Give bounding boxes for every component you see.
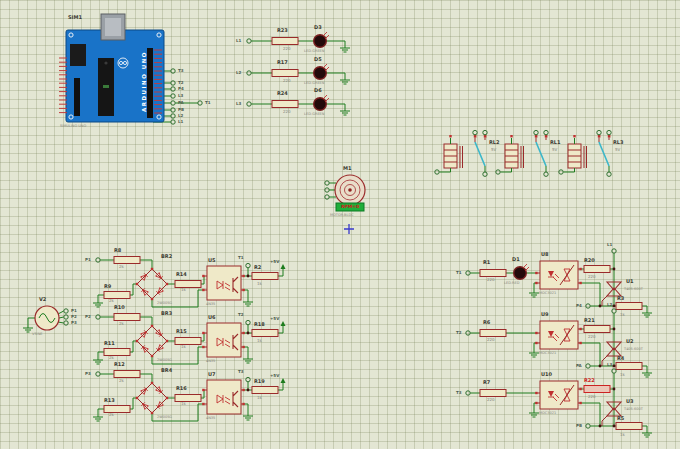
resistor-R16[interactable] — [175, 395, 201, 402]
optotriac-U10[interactable] — [535, 381, 582, 409]
resistor-R20[interactable] — [584, 266, 610, 273]
resistor-R7[interactable] — [480, 390, 506, 397]
terminal-RL3-c[interactable] — [607, 130, 611, 134]
resistor-R12[interactable] — [114, 371, 140, 378]
resistor-R6[interactable] — [480, 330, 506, 337]
ground-icon[interactable] — [243, 412, 253, 420]
ground-icon[interactable] — [340, 76, 350, 84]
ground-icon[interactable] — [243, 298, 253, 306]
bridge-rectifier-BR4[interactable] — [136, 382, 168, 414]
resistor-R22[interactable] — [584, 386, 610, 393]
terminal-P3[interactable] — [96, 372, 100, 376]
source-V2[interactable] — [35, 306, 59, 330]
terminal-RL2-c[interactable] — [483, 130, 487, 134]
power-5v-icon[interactable] — [281, 378, 286, 390]
terminal-motor-pin[interactable] — [325, 181, 329, 185]
terminal-L3[interactable] — [612, 369, 616, 373]
terminal-T2[interactable] — [171, 81, 175, 85]
ground-icon[interactable] — [23, 324, 33, 332]
terminal-T1[interactable] — [198, 101, 202, 105]
resistor-R8[interactable] — [114, 257, 140, 264]
resistor-R23[interactable] — [272, 38, 298, 45]
resistor-R5[interactable] — [616, 423, 642, 430]
resistor-R14[interactable] — [175, 281, 201, 288]
schematic-canvas[interactable]: SIM1SIMULINO UNOARDUINO UNOT3T2P4L3PAT1P… — [0, 0, 680, 449]
led-D3[interactable] — [314, 32, 329, 47]
terminal-motor-pin[interactable] — [325, 195, 329, 199]
terminal-L3[interactable] — [247, 102, 251, 106]
terminal-T3[interactable] — [466, 391, 470, 395]
terminal-L1[interactable] — [171, 120, 175, 124]
resistor-R15[interactable] — [175, 338, 201, 345]
terminal-RL1-c[interactable] — [544, 130, 548, 134]
bridge-rectifier-BR3[interactable] — [136, 325, 168, 357]
ground-icon[interactable] — [243, 355, 253, 363]
terminal-L2[interactable] — [171, 114, 175, 118]
resistor-R9[interactable] — [104, 292, 130, 299]
terminal-L2[interactable] — [612, 309, 616, 313]
relay-RL1[interactable] — [501, 135, 548, 172]
optocoupler-U5[interactable] — [202, 266, 245, 300]
terminal-T1[interactable] — [246, 263, 250, 267]
terminal-RL2-no[interactable] — [473, 130, 477, 134]
terminal-T3[interactable] — [171, 69, 175, 73]
ground-icon[interactable] — [642, 429, 652, 437]
terminal-L1[interactable] — [612, 249, 616, 253]
resistor-R18[interactable] — [252, 330, 278, 337]
terminal-T2[interactable] — [246, 320, 250, 324]
terminal-PA[interactable] — [586, 364, 590, 368]
terminal-P4[interactable] — [586, 304, 590, 308]
led-D1[interactable] — [514, 264, 529, 279]
terminal-P1[interactable] — [96, 258, 100, 262]
relay-RL3[interactable] — [564, 135, 611, 172]
terminal-L3[interactable] — [171, 94, 175, 98]
terminal-T3[interactable] — [246, 377, 250, 381]
terminal-RL1-out[interactable] — [544, 172, 548, 176]
terminal-T1[interactable] — [466, 271, 470, 275]
terminal-RL1-coil[interactable] — [496, 170, 500, 174]
resistor-R3[interactable] — [616, 303, 642, 310]
resistor-R21[interactable] — [584, 326, 610, 333]
resistor-R11[interactable] — [104, 349, 130, 356]
terminal-RL2-coil[interactable] — [435, 170, 439, 174]
optocoupler-U6[interactable] — [202, 323, 245, 357]
terminal-P2[interactable] — [96, 315, 100, 319]
terminal-PA[interactable] — [171, 101, 175, 105]
terminal-RL2-out[interactable] — [483, 172, 487, 176]
resistor-R13[interactable] — [104, 406, 130, 413]
led-D6[interactable] — [314, 95, 329, 110]
terminal-RL3-no[interactable] — [597, 130, 601, 134]
resistor-R4[interactable] — [616, 363, 642, 370]
ground-icon[interactable] — [340, 44, 350, 52]
terminal-P3[interactable] — [64, 321, 68, 325]
resistor-R17[interactable] — [272, 70, 298, 77]
bridge-rectifier-BR2[interactable] — [136, 268, 168, 300]
ground-icon[interactable] — [529, 349, 539, 357]
resistor-R2[interactable] — [252, 273, 278, 280]
ground-icon[interactable] — [93, 413, 103, 421]
terminal-PB[interactable] — [586, 424, 590, 428]
optotriac-U8[interactable] — [535, 261, 582, 289]
terminal-motor-pin[interactable] — [325, 188, 329, 192]
power-5v-icon[interactable] — [281, 264, 286, 276]
terminal-RL1-no[interactable] — [534, 130, 538, 134]
optotriac-U9[interactable] — [535, 321, 582, 349]
resistor-R1[interactable] — [480, 270, 506, 277]
arduino-board[interactable] — [59, 14, 164, 122]
ground-icon[interactable] — [93, 356, 103, 364]
terminal-L2[interactable] — [247, 71, 251, 75]
optocoupler-U7[interactable] — [202, 380, 245, 414]
ground-icon[interactable] — [642, 309, 652, 317]
ground-icon[interactable] — [529, 409, 539, 417]
motor-M1[interactable] — [335, 175, 365, 234]
relay-RL2[interactable] — [440, 135, 487, 172]
power-5v-icon[interactable] — [281, 321, 286, 333]
terminal-T2[interactable] — [466, 331, 470, 335]
resistor-R24[interactable] — [272, 101, 298, 108]
terminal-P2[interactable] — [64, 315, 68, 319]
led-D5[interactable] — [314, 64, 329, 79]
terminal-PB[interactable] — [171, 108, 175, 112]
ground-icon[interactable] — [642, 369, 652, 377]
ground-icon[interactable] — [340, 107, 350, 115]
terminal-RL3-out[interactable] — [607, 172, 611, 176]
